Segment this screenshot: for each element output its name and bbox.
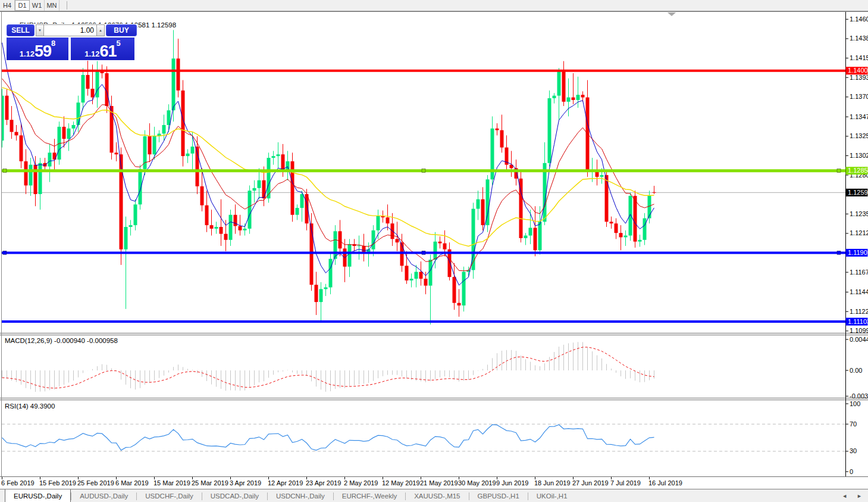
candle-body	[1, 96, 4, 141]
candle-body	[610, 222, 613, 223]
price-tick-label: 1.13705	[850, 93, 868, 100]
sell-button[interactable]: SELL	[7, 24, 35, 36]
date-tick-label: 15 Mar 2019	[153, 479, 190, 487]
buy-price-box[interactable]: 1.12615	[71, 38, 134, 60]
line-drag-handle[interactable]	[837, 251, 841, 254]
candle-body	[234, 215, 237, 226]
candle-body	[562, 71, 566, 102]
date-tick-label: 16 Jul 2019	[648, 479, 682, 487]
date-tick-label: 6 Mar 2019	[115, 479, 149, 487]
line-drag-handle[interactable]	[837, 169, 841, 173]
buy-price-prefix: 1.12	[84, 48, 99, 60]
price-label: 1.14009	[846, 67, 868, 74]
chart-tab-8[interactable]: UKOil-,H1	[528, 489, 576, 502]
candle-body	[557, 71, 561, 96]
line-drag-handle[interactable]	[422, 251, 425, 254]
candle-body	[120, 154, 123, 250]
candle-body	[315, 285, 318, 302]
candle-body	[415, 272, 418, 279]
chart-tab-5[interactable]: EURCHF-,Weekly	[334, 489, 405, 502]
candle-body	[438, 242, 442, 244]
chart-shift-marker-icon[interactable]	[668, 13, 676, 16]
chart-tab-4[interactable]: USDCNH-,Daily	[268, 489, 333, 502]
one-click-trading-panel: SELL ▼ ▲ BUY 1.12598 1.12615	[6, 24, 137, 61]
date-tick-label: 2 May 2019	[344, 479, 378, 487]
line-drag-handle[interactable]	[3, 169, 7, 173]
candle-body	[148, 136, 152, 154]
buy-price-sup: 5	[117, 39, 121, 47]
candle-body	[348, 244, 352, 267]
candle-series	[1, 30, 656, 324]
sell-price-box[interactable]: 1.12598	[7, 38, 68, 60]
candle-body	[177, 58, 180, 91]
candle-body	[443, 244, 447, 250]
buy-price-big: 61	[100, 43, 117, 60]
volume-input[interactable]	[44, 24, 96, 36]
volume-decrease-button[interactable]: ▼	[36, 24, 44, 36]
date-tick-label: 15 Feb 2019	[39, 479, 76, 487]
candle-body	[481, 199, 485, 226]
chart-tab-1[interactable]: AUDUSD-,Daily	[71, 489, 136, 502]
candle-body	[134, 204, 137, 225]
candle-body	[496, 129, 499, 130]
candle-body	[258, 180, 261, 188]
price-tick-label: 1.14380	[850, 35, 868, 42]
candle-body	[400, 242, 404, 266]
tab-scroll-right-icon[interactable]: ►	[857, 493, 862, 499]
candle-body	[329, 259, 333, 288]
candle-body	[619, 233, 623, 237]
candle-body	[638, 240, 642, 242]
chart-tab-0[interactable]: EURUSD-,Daily	[5, 489, 71, 502]
candle-body	[529, 228, 532, 236]
candle-body	[300, 194, 304, 208]
price-tick-label: 1.12350	[850, 210, 868, 217]
buy-button[interactable]: BUY	[106, 24, 137, 36]
line-drag-handle[interactable]	[3, 251, 7, 254]
candle-body	[20, 135, 23, 161]
candle-body	[34, 165, 37, 194]
candle-body	[62, 127, 66, 139]
candle-body	[67, 129, 71, 139]
mt4-window: H4D1W1MN 1.146051.143801.141551.139301.1…	[0, 0, 868, 502]
candle-body	[339, 231, 342, 248]
candle-body	[29, 165, 33, 186]
rsi-axis-label: 70	[850, 420, 857, 428]
candle-body	[572, 98, 575, 100]
candle-body	[53, 152, 57, 160]
date-tick-label: 3 Apr 2019	[230, 479, 261, 487]
candle-body	[239, 226, 242, 230]
line-drag-handle[interactable]	[422, 169, 425, 173]
candle-body	[24, 161, 28, 186]
chart-tab-6[interactable]: XAUUSD-,M15	[406, 489, 468, 502]
chart-tab-2[interactable]: USDCHF-,Daily	[137, 489, 202, 502]
candle-body	[643, 219, 647, 240]
price-label: 1.12851	[846, 167, 868, 174]
candle-body	[224, 234, 228, 240]
chart-tab-3[interactable]: USDCAD-,Daily	[202, 489, 267, 502]
date-tick-label: 21 May 2019	[420, 479, 458, 487]
candle-body	[410, 279, 413, 280]
tab-scroll-left-icon[interactable]: ◄	[842, 493, 847, 499]
chart-tab-7[interactable]: GBPUSD-,H1	[469, 489, 528, 502]
candle-body	[453, 277, 456, 303]
candle-body	[191, 146, 195, 154]
date-tick-label: 7 Jul 2019	[610, 479, 641, 487]
candle-body	[272, 156, 275, 158]
date-tick-label: 9 Jun 2019	[496, 479, 528, 487]
candle-body	[310, 223, 314, 285]
candle-body	[553, 96, 556, 98]
date-tick-label: 23 Apr 2019	[306, 479, 341, 487]
candle-body	[10, 120, 14, 132]
candle-body	[205, 205, 209, 225]
candle-body	[200, 186, 204, 205]
volume-increase-button[interactable]: ▲	[96, 24, 105, 36]
price-label: 1.11901	[846, 249, 868, 257]
candle-body	[39, 163, 42, 194]
price-tick-label: 1.13475	[850, 113, 868, 120]
macd-axis-label: 0.004465	[850, 336, 868, 343]
candle-body	[605, 175, 609, 222]
candle-body	[377, 216, 380, 230]
candle-body	[581, 95, 585, 97]
chart-canvas[interactable]: 1.146051.143801.141551.139301.137051.134…	[0, 0, 868, 502]
candle-body	[248, 191, 252, 229]
